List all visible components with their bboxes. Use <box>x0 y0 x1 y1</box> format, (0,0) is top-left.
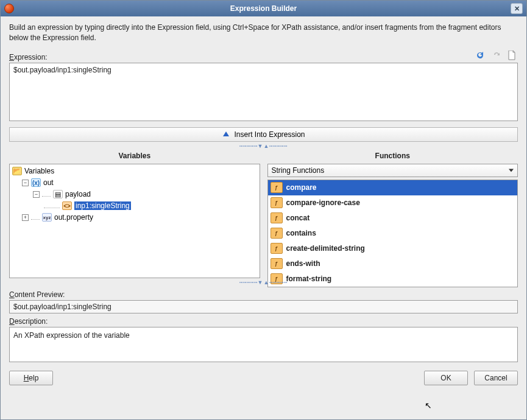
property-icon: xyz <box>42 213 52 222</box>
description-label: Description: <box>9 317 518 326</box>
description-box: An XPath expression of the variable <box>9 327 518 362</box>
ok-button[interactable]: OK <box>424 371 468 385</box>
content-preview-box: $out.payload/inp1:singleString <box>9 300 518 313</box>
function-item-compare[interactable]: ƒ compare <box>268 180 518 195</box>
tree-node-out[interactable]: − (x) out <box>11 177 258 189</box>
variable-icon: (x) <box>31 178 41 187</box>
function-category-dropdown[interactable]: String Functions <box>267 164 518 177</box>
function-list[interactable]: ƒ compare ƒ compare-ignore-case ƒ concat… <box>267 180 518 287</box>
new-file-icon[interactable] <box>506 49 518 61</box>
folder-icon: 📂 <box>12 167 22 175</box>
intro-text: Build an expression by typing directly i… <box>9 23 518 43</box>
close-button[interactable]: ✕ <box>511 3 523 14</box>
expand-icon[interactable]: + <box>22 214 29 221</box>
function-icon: ƒ <box>271 212 283 223</box>
function-item-compare-ignore-case[interactable]: ƒ compare-ignore-case <box>268 195 518 211</box>
collapse-icon[interactable]: − <box>22 180 29 186</box>
function-icon: ƒ <box>271 228 283 239</box>
expression-label: Expression: <box>9 53 48 61</box>
tree-node-singlestring[interactable]: <> inp1:singleString <box>11 200 258 212</box>
refresh-icon[interactable] <box>474 49 486 61</box>
cancel-button[interactable]: Cancel <box>474 371 518 385</box>
function-item-ends-with[interactable]: ƒ ends-with <box>268 256 518 271</box>
variables-header: Variables <box>9 150 260 164</box>
function-icon: ƒ <box>271 243 283 254</box>
window-title: Expression Builder <box>1 4 526 13</box>
content-preview-label: Content Preview: <box>9 290 518 299</box>
help-button[interactable]: Help <box>9 371 53 385</box>
titlebar: Expression Builder ✕ <box>1 1 526 16</box>
insert-into-expression-button[interactable]: Insert Into Expression <box>9 127 518 142</box>
function-item-concat[interactable]: ƒ concat <box>268 211 518 226</box>
element-icon: <> <box>62 201 72 210</box>
variables-tree[interactable]: 📂 Variables − (x) out − ▤ payload <box>9 164 260 278</box>
expression-input[interactable] <box>9 63 518 121</box>
splitter-grip-bottom[interactable]: ┉┉┉┉┉▼▲┉┉┉┉┉ <box>9 278 518 287</box>
tree-root[interactable]: 📂 Variables <box>11 166 258 177</box>
function-item-create-delimited-string[interactable]: ƒ create-delimited-string <box>268 241 518 256</box>
tree-node-payload[interactable]: − ▤ payload <box>11 189 258 200</box>
function-icon: ƒ <box>271 182 283 193</box>
variables-pane: Variables 📂 Variables − (x) out − <box>9 150 260 278</box>
functions-header: Functions <box>267 150 518 164</box>
splitter-grip-top[interactable]: ┉┉┉┉┉▼▲┉┉┉┉┉ <box>9 142 518 150</box>
app-icon <box>4 4 14 13</box>
redo-icon[interactable] <box>490 49 502 61</box>
document-icon: ▤ <box>53 190 63 198</box>
function-icon: ƒ <box>271 197 283 208</box>
tree-node-out-property[interactable]: + xyz out.property <box>11 212 258 223</box>
function-item-contains[interactable]: ƒ contains <box>268 226 518 241</box>
function-icon: ƒ <box>271 258 283 269</box>
functions-pane: Functions String Functions ƒ compare ƒ c… <box>267 150 518 278</box>
collapse-icon[interactable]: − <box>33 191 40 198</box>
